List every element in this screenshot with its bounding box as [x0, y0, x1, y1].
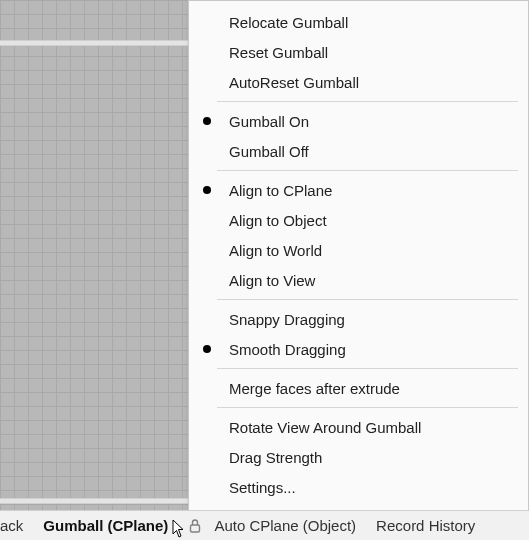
menu-item-label: Rotate View Around Gumball: [229, 419, 421, 436]
menu-item-gumball-off[interactable]: Gumball Off: [189, 136, 528, 166]
statusbar-gumball[interactable]: Gumball (CPlane): [33, 517, 178, 534]
lock-icon: [186, 518, 204, 534]
statusbar-record-history[interactable]: Record History: [366, 517, 485, 534]
menu-item-label: Reset Gumball: [229, 44, 328, 61]
radio-check-icon: [203, 117, 211, 125]
menu-separator: [217, 299, 518, 300]
menu-item-label: Align to World: [229, 242, 322, 259]
menu-item-label: Gumball Off: [229, 143, 309, 160]
menu-separator: [217, 101, 518, 102]
menu-item-label: Gumball On: [229, 113, 309, 130]
radio-check-icon: [203, 186, 211, 194]
statusbar-item-label: Auto CPlane (Object): [214, 517, 356, 534]
menu-item-settings[interactable]: Settings...: [189, 472, 528, 502]
menu-separator: [217, 170, 518, 171]
menu-item-label: Settings...: [229, 479, 296, 496]
menu-separator: [217, 368, 518, 369]
menu-item-drag-strength[interactable]: Drag Strength: [189, 442, 528, 472]
menu-item-label: Drag Strength: [229, 449, 322, 466]
menu-item-label: Align to View: [229, 272, 315, 289]
gumball-context-menu: Relocate Gumball Reset Gumball AutoReset…: [188, 0, 529, 513]
menu-item-align-view[interactable]: Align to View: [189, 265, 528, 295]
menu-item-label: Smooth Dragging: [229, 341, 346, 358]
menu-item-align-object[interactable]: Align to Object: [189, 205, 528, 235]
menu-item-autoreset-gumball[interactable]: AutoReset Gumball: [189, 67, 528, 97]
status-bar: ack Gumball (CPlane) Auto CPlane (Object…: [0, 510, 529, 540]
menu-item-label: Align to CPlane: [229, 182, 332, 199]
menu-item-merge-faces[interactable]: Merge faces after extrude: [189, 373, 528, 403]
statusbar-auto-cplane[interactable]: Auto CPlane (Object): [204, 517, 366, 534]
menu-separator: [217, 407, 518, 408]
menu-item-label: Snappy Dragging: [229, 311, 345, 328]
menu-item-label: AutoReset Gumball: [229, 74, 359, 91]
cursor-icon: [172, 519, 186, 539]
menu-item-label: Align to Object: [229, 212, 327, 229]
svg-rect-0: [191, 525, 200, 532]
menu-item-smooth-dragging[interactable]: Smooth Dragging: [189, 334, 528, 364]
statusbar-item-label: Record History: [376, 517, 475, 534]
menu-item-align-world[interactable]: Align to World: [189, 235, 528, 265]
radio-check-icon: [203, 345, 211, 353]
menu-item-label: Merge faces after extrude: [229, 380, 400, 397]
menu-item-reset-gumball[interactable]: Reset Gumball: [189, 37, 528, 67]
statusbar-item-truncated[interactable]: ack: [0, 517, 33, 534]
menu-item-relocate-gumball[interactable]: Relocate Gumball: [189, 7, 528, 37]
statusbar-item-label: Gumball (CPlane): [43, 517, 168, 534]
menu-item-gumball-on[interactable]: Gumball On: [189, 106, 528, 136]
menu-item-rotate-view-around-gumball[interactable]: Rotate View Around Gumball: [189, 412, 528, 442]
menu-item-label: Relocate Gumball: [229, 14, 348, 31]
menu-item-snappy-dragging[interactable]: Snappy Dragging: [189, 304, 528, 334]
menu-item-align-cplane[interactable]: Align to CPlane: [189, 175, 528, 205]
statusbar-item-label: ack: [0, 517, 23, 534]
